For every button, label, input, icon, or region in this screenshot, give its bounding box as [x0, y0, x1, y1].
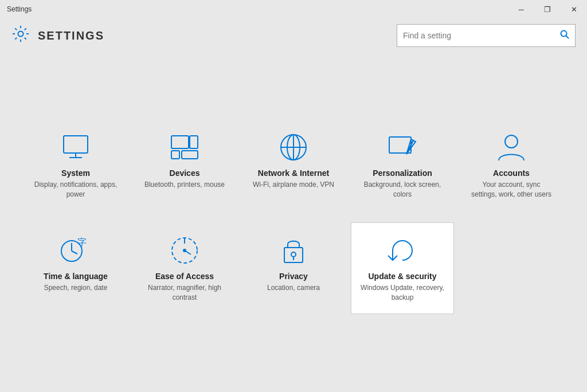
search-icon: [560, 30, 569, 41]
personalization-icon: [385, 131, 420, 163]
settings-grid: System Display, notifications, apps, pow…: [24, 119, 563, 314]
time-icon: 字: [58, 234, 93, 266]
item-desc-devices: Bluetooth, printers, mouse: [144, 180, 225, 190]
item-desc-accounts: Your account, sync settings, work, other…: [469, 180, 554, 199]
svg-point-25: [291, 252, 296, 257]
search-box[interactable]: [397, 24, 576, 47]
svg-rect-7: [190, 136, 198, 148]
header: SETTINGS: [0, 18, 587, 53]
item-title-system: System: [61, 168, 90, 178]
item-desc-update: Windows Update, recovery, backup: [360, 283, 445, 303]
main-content: System Display, notifications, apps, pow…: [0, 53, 587, 392]
minimize-button[interactable]: ─: [508, 0, 534, 18]
settings-item-privacy[interactable]: Privacy Location, camera: [242, 222, 345, 314]
svg-rect-9: [182, 151, 198, 159]
item-title-network: Network & Internet: [258, 168, 329, 178]
settings-item-time[interactable]: 字 Time & language Speech, region, date: [24, 222, 127, 314]
privacy-icon: [276, 234, 311, 266]
item-title-update: Update & security: [368, 272, 436, 281]
svg-rect-3: [64, 136, 88, 153]
update-icon: [385, 234, 420, 266]
header-left: SETTINGS: [11, 25, 104, 47]
svg-rect-24: [284, 248, 303, 262]
titlebar: Settings ─ ❐ ✕: [0, 0, 587, 18]
svg-line-2: [566, 36, 569, 39]
settings-item-devices[interactable]: Devices Bluetooth, printers, mouse: [133, 119, 236, 211]
item-desc-personalization: Background, lock screen, colors: [360, 180, 445, 199]
svg-point-16: [505, 135, 518, 148]
settings-item-network[interactable]: Network & Internet Wi-Fi, airplane mode,…: [242, 119, 345, 211]
item-desc-time: Speech, region, date: [44, 283, 108, 293]
system-icon: [58, 131, 93, 163]
svg-line-19: [72, 251, 77, 254]
item-desc-system: Display, notifications, apps, power: [33, 180, 118, 199]
ease-icon: [167, 234, 202, 266]
network-icon: [276, 131, 311, 163]
item-title-accounts: Accounts: [493, 168, 530, 178]
settings-item-ease[interactable]: Ease of Access Narrator, magnifier, high…: [133, 222, 236, 314]
titlebar-title: Settings: [7, 5, 32, 13]
svg-point-1: [561, 31, 567, 37]
item-title-privacy: Privacy: [279, 272, 308, 281]
devices-icon: [167, 131, 202, 163]
svg-text:字: 字: [77, 237, 87, 247]
svg-point-0: [18, 31, 24, 36]
item-title-time: Time & language: [44, 272, 108, 281]
accounts-icon: [494, 131, 529, 163]
svg-point-23: [183, 249, 186, 252]
settings-item-system[interactable]: System Display, notifications, apps, pow…: [24, 119, 127, 211]
close-button[interactable]: ✕: [561, 0, 587, 18]
item-desc-network: Wi-Fi, airplane mode, VPN: [253, 180, 334, 190]
settings-logo-icon: [11, 25, 30, 47]
maximize-button[interactable]: ❐: [534, 0, 561, 18]
item-title-personalization: Personalization: [373, 168, 432, 178]
item-title-devices: Devices: [170, 168, 200, 178]
settings-item-accounts[interactable]: Accounts Your account, sync settings, wo…: [460, 119, 563, 211]
settings-item-personalization[interactable]: Personalization Background, lock screen,…: [351, 119, 454, 211]
search-input[interactable]: [403, 31, 557, 40]
item-desc-ease: Narrator, magnifier, high contrast: [142, 283, 227, 303]
titlebar-controls: ─ ❐ ✕: [508, 0, 587, 18]
svg-rect-8: [171, 151, 179, 159]
item-desc-privacy: Location, camera: [267, 283, 320, 293]
svg-rect-6: [171, 136, 189, 148]
page-title: SETTINGS: [38, 29, 104, 42]
settings-item-update[interactable]: Update & security Windows Update, recove…: [351, 222, 454, 314]
item-title-ease: Ease of Access: [155, 272, 214, 281]
